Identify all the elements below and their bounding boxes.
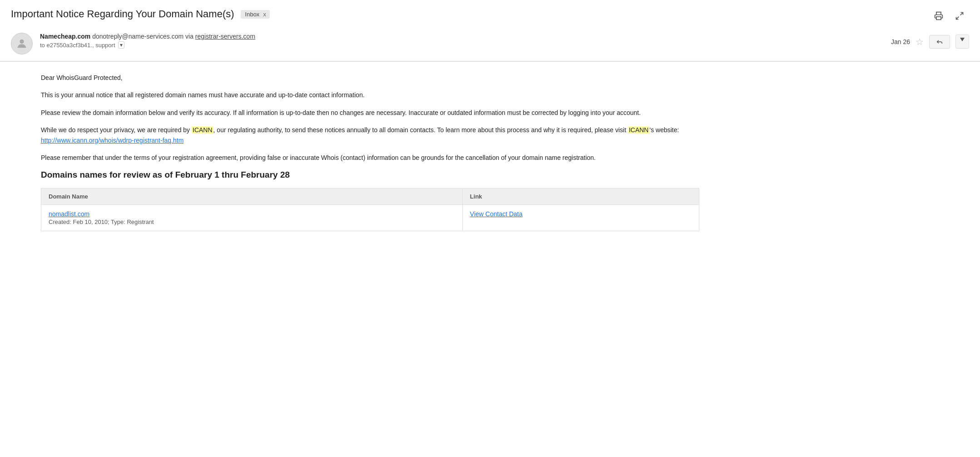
table-header-row: Domain Name Link — [41, 189, 699, 205]
subject-line: Important Notice Regarding Your Domain N… — [11, 8, 969, 20]
paragraph-3: While we do respect your privacy, we are… — [41, 125, 699, 145]
paragraph-4: Please remember that under the terms of … — [41, 153, 699, 163]
domain-table: Domain Name Link nomadlist.com Created: … — [41, 188, 699, 231]
print-button[interactable] — [931, 8, 946, 24]
email-date: Jan 26 — [891, 38, 910, 45]
reply-icon — [936, 38, 943, 45]
expand-button[interactable] — [952, 8, 967, 24]
sender-via-text: via — [185, 33, 193, 40]
domain-meta: Created: Feb 10, 2010; Type: Registrant — [49, 219, 455, 225]
col-domain-name: Domain Name — [41, 189, 463, 205]
sender-email: donotreply@name-services.com — [92, 33, 185, 40]
to-line: to e27550a3cf3b41., support ▾ — [40, 41, 884, 49]
expand-icon — [955, 11, 964, 20]
star-button[interactable]: ☆ — [916, 36, 924, 47]
col-link: Link — [462, 189, 699, 205]
sender-meta-right: Jan 26 ☆ — [891, 33, 969, 49]
avatar-icon — [15, 37, 28, 50]
svg-line-1 — [960, 13, 963, 15]
para3-after: 's website: — [649, 126, 679, 134]
sender-info: Namecheap.com donotreply@name-services.c… — [40, 33, 884, 49]
email-body: Dear WhoisGuard Protected, This is your … — [0, 62, 727, 249]
paragraph-1: This is your annual notice that all regi… — [41, 90, 699, 100]
print-icon — [934, 11, 943, 20]
sender-name: Namecheap.com — [40, 33, 90, 40]
sender-row: Namecheap.com donotreply@name-services.c… — [11, 26, 969, 61]
domain-cell: nomadlist.com Created: Feb 10, 2010; Typ… — [41, 205, 463, 231]
table-body: nomadlist.com Created: Feb 10, 2010; Typ… — [41, 205, 699, 231]
domain-name-link[interactable]: nomadlist.com — [49, 210, 89, 218]
icann-highlight-2: ICANN — [628, 126, 650, 134]
more-icon — [960, 38, 965, 44]
table-row: nomadlist.com Created: Feb 10, 2010; Typ… — [41, 205, 699, 231]
para3-before: While we do respect your privacy, we are… — [41, 126, 192, 134]
email-header: Important Notice Regarding Your Domain N… — [0, 0, 980, 61]
para3-middle: , our regulating authority, to send thes… — [213, 126, 628, 134]
email-header-area: Important Notice Regarding Your Domain N… — [0, 0, 980, 62]
icann-link[interactable]: http://www.icann.org/whois/wdrp-registra… — [41, 137, 183, 144]
to-dropdown[interactable]: ▾ — [118, 41, 124, 49]
reply-button[interactable] — [929, 35, 950, 49]
to-addresses: to e27550a3cf3b41., support — [40, 42, 115, 49]
table-header: Domain Name Link — [41, 189, 699, 205]
svg-rect-0 — [936, 17, 941, 20]
top-actions — [931, 8, 967, 24]
sender-name-line: Namecheap.com donotreply@name-services.c… — [40, 33, 884, 40]
inbox-badge[interactable]: Inbox x — [241, 10, 270, 19]
sender-via-domain: registrar-servers.com — [195, 33, 255, 40]
link-cell: View Contact Data — [462, 205, 699, 231]
greeting: Dear WhoisGuard Protected, — [41, 73, 699, 83]
view-contact-data-link[interactable]: View Contact Data — [470, 210, 523, 218]
svg-marker-4 — [960, 38, 965, 41]
paragraph-2: Please review the domain information bel… — [41, 108, 699, 118]
email-subject: Important Notice Regarding Your Domain N… — [11, 8, 234, 20]
avatar — [11, 33, 33, 55]
inbox-badge-close[interactable]: x — [263, 11, 266, 18]
inbox-label: Inbox — [245, 11, 260, 18]
svg-line-2 — [956, 17, 959, 20]
svg-point-3 — [20, 40, 24, 44]
more-button[interactable] — [955, 35, 969, 49]
section-heading: Domains names for review as of February … — [41, 170, 699, 180]
icann-highlight-1: ICANN — [192, 126, 213, 134]
